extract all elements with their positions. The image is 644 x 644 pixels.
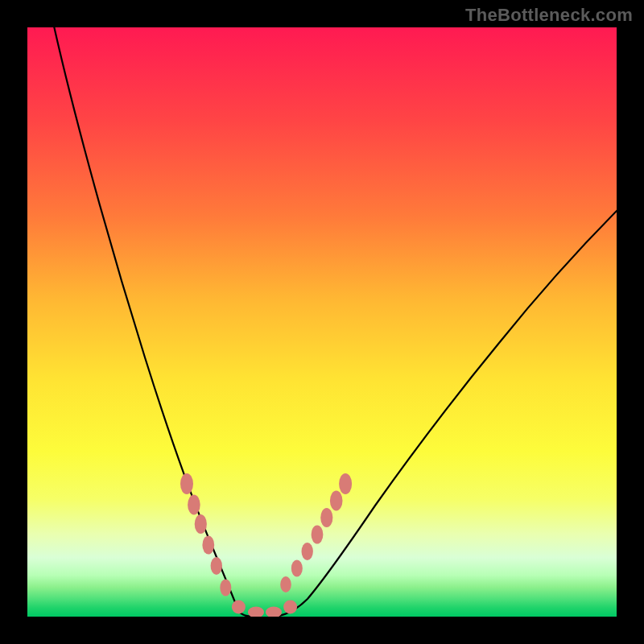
plot-area xyxy=(27,27,617,617)
data-marker xyxy=(211,557,222,575)
right-curve xyxy=(275,206,617,617)
right-curve-markers xyxy=(280,473,352,614)
left-curve-markers xyxy=(180,473,282,617)
chart-frame: TheBottleneck.com xyxy=(0,0,644,644)
data-marker xyxy=(248,607,264,617)
watermark-text: TheBottleneck.com xyxy=(465,5,633,26)
data-marker xyxy=(302,543,313,560)
data-marker xyxy=(195,514,207,534)
data-marker xyxy=(330,491,343,511)
data-marker xyxy=(291,560,303,577)
data-marker xyxy=(232,601,246,614)
left-curve xyxy=(53,27,256,617)
data-marker xyxy=(339,473,352,494)
data-marker xyxy=(283,601,297,614)
data-marker xyxy=(280,576,291,592)
data-marker xyxy=(220,580,231,597)
data-marker xyxy=(266,607,282,617)
data-marker xyxy=(202,536,214,555)
curves-svg xyxy=(27,27,617,617)
data-marker xyxy=(180,473,193,494)
data-marker xyxy=(320,508,332,527)
data-marker xyxy=(188,495,200,515)
data-marker xyxy=(312,526,324,544)
